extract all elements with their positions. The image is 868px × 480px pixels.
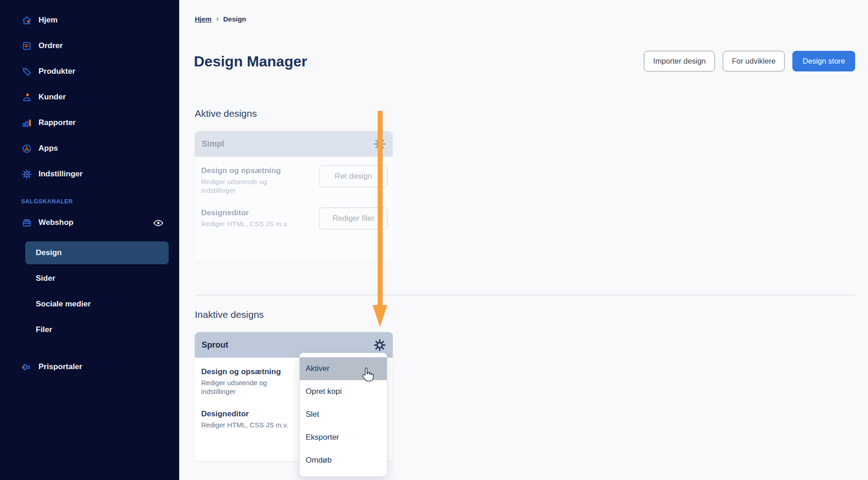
sidebar-item-label: Sociale medier: [36, 300, 91, 309]
gear-icon[interactable]: [374, 138, 386, 150]
sidebar-item-rapporter[interactable]: Rapporter: [0, 110, 179, 136]
menu-item-omdob[interactable]: Omdøb: [300, 449, 387, 472]
sidebar-item-label: Apps: [38, 144, 58, 153]
products-tag-icon: [21, 66, 32, 77]
sidebar-item-label: Filer: [36, 325, 52, 334]
edit-files-button[interactable]: Rediger filer: [319, 207, 388, 229]
sidebar: Hjem Ordrer Produkter Kunder: [0, 0, 179, 480]
sidebar-item-label: Hjem: [38, 16, 58, 25]
sidebar-item-apps[interactable]: Apps: [0, 136, 179, 161]
design-card-simpl: Simpl Design og opsætning Rediger udseen…: [195, 131, 393, 261]
settings-gear-icon: [21, 169, 32, 180]
row-description: Rediger HTML, CSS JS m.v.: [201, 420, 293, 429]
sidebar-item-design[interactable]: Design: [25, 241, 169, 264]
megaphone-icon: [21, 361, 32, 372]
breadcrumb-home-link[interactable]: Hjem: [195, 15, 212, 23]
edit-design-button[interactable]: Ret design: [319, 165, 388, 187]
gear-icon[interactable]: [374, 339, 386, 351]
design-name: Sprout: [202, 340, 228, 350]
sidebar-item-label: Ordrer: [38, 41, 63, 50]
menu-item-slet[interactable]: Slet: [300, 403, 387, 426]
sidebar-item-label: Kunder: [38, 93, 66, 102]
card-row: Designeditor Rediger HTML, CSS JS m.v. R…: [201, 208, 386, 228]
sidebar-item-label: Design: [36, 248, 62, 257]
section-divider: [195, 295, 855, 295]
sidebar-item-label: Prisportaler: [38, 362, 82, 371]
inactive-designs-heading: Inaktive designs: [195, 309, 264, 320]
design-name: Simpl: [202, 139, 224, 149]
sidebar-item-hjem[interactable]: Hjem: [0, 7, 179, 33]
design-context-menu: Aktiver Opret kopi Slet Eksporter Omdøb: [299, 353, 387, 477]
sidebar-item-sociale-medier[interactable]: Sociale medier: [0, 291, 179, 317]
breadcrumb: Hjem › Design: [195, 15, 246, 23]
sidebar-item-kunder[interactable]: Kunder: [0, 84, 179, 110]
sidebar-section-salgskanaler: SALGSKANALER: [21, 197, 179, 206]
menu-item-opret-kopi[interactable]: Opret kopi: [300, 380, 387, 403]
home-icon: [21, 15, 32, 26]
for-developers-button[interactable]: For udviklere: [723, 51, 785, 71]
reports-barchart-icon: [21, 117, 32, 128]
apps-icon: [21, 143, 32, 154]
customers-person-icon: [21, 92, 32, 103]
sidebar-item-label: Webshop: [38, 218, 73, 227]
page-title: Design Manager: [194, 53, 307, 70]
sidebar-item-indstillinger[interactable]: Indstillinger: [0, 161, 179, 187]
card-row: Design og opsætning Rediger udseende og …: [201, 166, 386, 195]
sidebar-item-filer[interactable]: Filer: [0, 317, 179, 343]
sidebar-item-ordrer[interactable]: Ordrer: [0, 33, 179, 59]
row-title: Design og opsætning: [201, 166, 311, 175]
card-body: Design og opsætning Rediger udseende og …: [195, 166, 393, 228]
row-title: Designeditor: [201, 208, 311, 218]
sidebar-item-label: Rapporter: [38, 118, 76, 127]
sidebar-item-prisportaler[interactable]: Prisportaler: [0, 354, 179, 380]
row-description: Rediger HTML, CSS JS m.v.: [201, 219, 293, 228]
menu-item-aktiver[interactable]: Aktiver: [300, 357, 387, 380]
sidebar-item-label: Sider: [36, 274, 55, 283]
sidebar-item-produkter[interactable]: Produkter: [0, 59, 179, 84]
card-header: Simpl: [195, 131, 393, 157]
active-designs-heading: Aktive designs: [195, 108, 257, 119]
webshop-box-icon: [21, 217, 32, 228]
breadcrumb-separator-icon: ›: [216, 15, 219, 23]
eye-icon[interactable]: [153, 219, 164, 227]
sidebar-item-sider[interactable]: Sider: [0, 266, 179, 291]
row-title: Designeditor: [201, 409, 311, 419]
orders-receipt-icon: [21, 40, 32, 51]
header-actions: Importer design For udviklere Design sto…: [644, 51, 855, 71]
row-description: Rediger udseende og indstillinger: [201, 177, 293, 195]
menu-item-eksporter[interactable]: Eksporter: [300, 426, 387, 449]
sidebar-item-label: Produkter: [38, 67, 75, 76]
main-content: Hjem › Design Design Manager Importer de…: [179, 0, 868, 480]
sidebar-item-webshop[interactable]: Webshop: [0, 210, 179, 235]
breadcrumb-current: Design: [223, 15, 246, 23]
design-store-button[interactable]: Design store: [792, 51, 855, 71]
row-title: Design og opsætning: [201, 367, 311, 376]
import-design-button[interactable]: Importer design: [644, 51, 715, 71]
sidebar-item-label: Indstillinger: [38, 169, 82, 179]
row-description: Rediger udseende og indstillinger: [201, 378, 293, 396]
